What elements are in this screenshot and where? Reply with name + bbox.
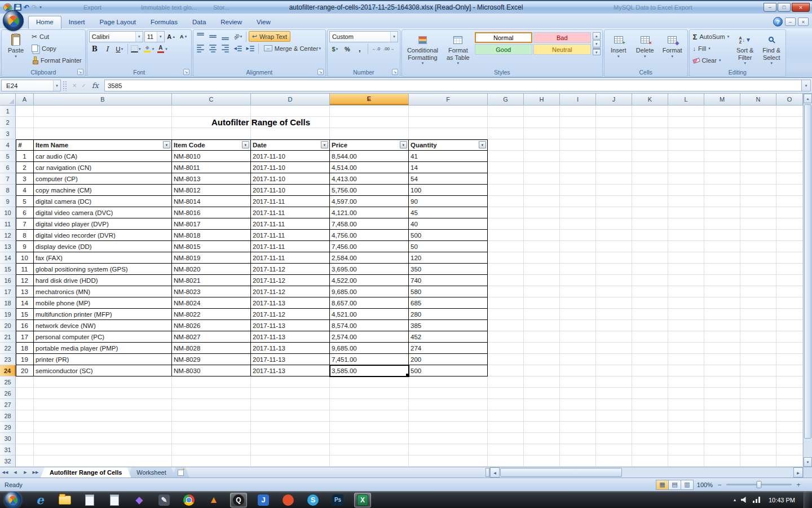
cell-I1[interactable] bbox=[560, 106, 596, 117]
cell-N16[interactable] bbox=[740, 275, 776, 286]
office-button[interactable] bbox=[3, 10, 24, 31]
cell-F19[interactable]: 280 bbox=[409, 309, 488, 320]
cell-E10[interactable]: 4,121.00 bbox=[330, 207, 409, 218]
cell-A7[interactable]: 3 bbox=[16, 173, 34, 185]
cell-A26[interactable] bbox=[16, 388, 34, 399]
cell-O4[interactable] bbox=[776, 139, 803, 151]
row-header-11[interactable]: 11 bbox=[0, 218, 16, 230]
cell-G21[interactable] bbox=[488, 331, 524, 343]
cell-I11[interactable] bbox=[560, 218, 596, 230]
cell-F6[interactable]: 14 bbox=[409, 162, 488, 173]
cell-E16[interactable]: 4,522.00 bbox=[330, 275, 409, 286]
cell-E8[interactable]: 5,756.00 bbox=[330, 185, 409, 196]
cell-F21[interactable]: 452 bbox=[409, 331, 488, 343]
underline-button[interactable]: U▾ bbox=[114, 43, 125, 54]
cell-K7[interactable] bbox=[632, 173, 668, 185]
cell-G8[interactable] bbox=[488, 185, 524, 196]
top-align-button[interactable] bbox=[195, 31, 206, 42]
row-header-22[interactable]: 22 bbox=[0, 343, 16, 354]
cell-H17[interactable] bbox=[524, 286, 560, 297]
cell-O28[interactable] bbox=[776, 410, 803, 422]
filter-button-C[interactable]: ▾ bbox=[242, 141, 249, 148]
taskbar-app-red[interactable] bbox=[280, 493, 297, 507]
cell-B4[interactable]: Item Name▾ bbox=[34, 139, 172, 151]
cell-H13[interactable] bbox=[524, 241, 560, 252]
cell-H22[interactable] bbox=[524, 343, 560, 354]
cell-E27[interactable] bbox=[330, 399, 409, 410]
cell-O10[interactable] bbox=[776, 207, 803, 218]
cell-B3[interactable] bbox=[34, 128, 172, 139]
clear-button[interactable]: Clear▾ bbox=[691, 55, 731, 66]
cell-F18[interactable]: 685 bbox=[409, 297, 488, 309]
cell-I13[interactable] bbox=[560, 241, 596, 252]
cell-M8[interactable] bbox=[704, 185, 740, 196]
cell-B22[interactable]: portable media player (PMP) bbox=[34, 343, 172, 354]
find-select-button[interactable]: Find & Select ▾ bbox=[759, 31, 784, 68]
cell-J18[interactable] bbox=[596, 297, 632, 309]
row-header-18[interactable]: 18 bbox=[0, 297, 16, 309]
tab-home[interactable]: Home bbox=[28, 16, 61, 29]
cell-G9[interactable] bbox=[488, 196, 524, 207]
cell-A17[interactable]: 13 bbox=[16, 286, 34, 297]
cell-K1[interactable] bbox=[632, 106, 668, 117]
cell-D18[interactable]: 2017-11-13 bbox=[251, 297, 330, 309]
cell-J2[interactable] bbox=[596, 117, 632, 128]
cell-F10[interactable]: 45 bbox=[409, 207, 488, 218]
cell-L21[interactable] bbox=[668, 331, 704, 343]
zoom-slider[interactable] bbox=[726, 484, 792, 485]
cell-J32[interactable] bbox=[596, 456, 632, 467]
cell-N25[interactable] bbox=[740, 376, 776, 388]
row-header-30[interactable]: 30 bbox=[0, 433, 16, 444]
cell-O22[interactable] bbox=[776, 343, 803, 354]
cell-A31[interactable] bbox=[16, 444, 34, 456]
cell-H5[interactable] bbox=[524, 151, 560, 162]
cell-K29[interactable] bbox=[632, 422, 668, 433]
sort-filter-button[interactable]: AZ↓▼ Sort & Filter ▾ bbox=[732, 31, 757, 68]
insert-function-button[interactable]: fx bbox=[92, 81, 99, 90]
cell-H16[interactable] bbox=[524, 275, 560, 286]
cell-J23[interactable] bbox=[596, 354, 632, 365]
cell-G32[interactable] bbox=[488, 456, 524, 467]
cell-L15[interactable] bbox=[668, 264, 704, 275]
cell-H8[interactable] bbox=[524, 185, 560, 196]
cell-O12[interactable] bbox=[776, 230, 803, 241]
cell-G24[interactable] bbox=[488, 365, 524, 376]
row-header-26[interactable]: 26 bbox=[0, 388, 16, 399]
column-header-D[interactable]: D bbox=[251, 94, 330, 105]
cell-A18[interactable]: 14 bbox=[16, 297, 34, 309]
cell-style-normal[interactable]: Normal bbox=[475, 32, 532, 43]
wrap-text-button[interactable]: ↩Wrap Text bbox=[249, 31, 290, 42]
formula-input[interactable]: 3585 bbox=[104, 80, 801, 91]
cell-L26[interactable] bbox=[668, 388, 704, 399]
font-size-dropdown-arrow[interactable]: ▾ bbox=[157, 32, 164, 42]
cell-M25[interactable] bbox=[704, 376, 740, 388]
cell-C25[interactable] bbox=[172, 376, 251, 388]
gallery-down-button[interactable]: ▼ bbox=[593, 40, 601, 47]
cell-K16[interactable] bbox=[632, 275, 668, 286]
gallery-more-button[interactable]: ▼ bbox=[593, 48, 601, 55]
cell-D19[interactable]: 2017-11-12 bbox=[251, 309, 330, 320]
cell-J11[interactable] bbox=[596, 218, 632, 230]
cell-E22[interactable]: 9,685.00 bbox=[330, 343, 409, 354]
cell-G11[interactable] bbox=[488, 218, 524, 230]
cell-N9[interactable] bbox=[740, 196, 776, 207]
taskbar-notepad[interactable] bbox=[106, 493, 123, 507]
cell-B13[interactable]: display device (DD) bbox=[34, 241, 172, 252]
number-dialog-launcher[interactable]: ↘ bbox=[392, 69, 398, 75]
cell-L30[interactable] bbox=[668, 433, 704, 444]
cell-O19[interactable] bbox=[776, 309, 803, 320]
cell-N13[interactable] bbox=[740, 241, 776, 252]
merge-center-button[interactable]: ↔Merge & Center▾ bbox=[261, 43, 324, 54]
cell-C3[interactable] bbox=[172, 128, 251, 139]
cell-C6[interactable]: NM-8011 bbox=[172, 162, 251, 173]
cell-H12[interactable] bbox=[524, 230, 560, 241]
cell-L31[interactable] bbox=[668, 444, 704, 456]
conditional-formatting-button[interactable]: Conditional Formatting ▾ bbox=[404, 31, 442, 68]
cell-H28[interactable] bbox=[524, 410, 560, 422]
cell-G6[interactable] bbox=[488, 162, 524, 173]
cell-N24[interactable] bbox=[740, 365, 776, 376]
cell-I31[interactable] bbox=[560, 444, 596, 456]
cell-F26[interactable] bbox=[409, 388, 488, 399]
cell-J3[interactable] bbox=[596, 128, 632, 139]
cell-N32[interactable] bbox=[740, 456, 776, 467]
